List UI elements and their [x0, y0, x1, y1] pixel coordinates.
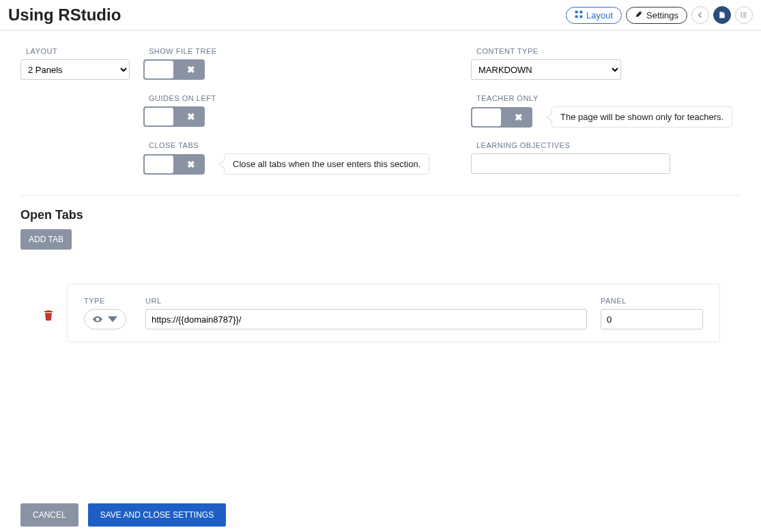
toggle-knob [472, 108, 501, 126]
close-tabs-tooltip: Close all tabs when the user enters this… [224, 153, 429, 175]
prev-button[interactable] [691, 6, 709, 24]
svg-point-6 [741, 15, 742, 16]
tab-row: TYPE URL PANEL [20, 284, 741, 342]
tooltip-text: The page will be shown only for teachers… [551, 106, 732, 128]
show-file-tree-label: SHOW FILE TREE [149, 47, 444, 55]
wrench-icon [635, 10, 643, 20]
learning-objectives-label: LEARNING OBJECTIVES [476, 141, 741, 149]
guides-on-left-label: GUIDES ON LEFT [149, 94, 444, 102]
toggle-knob [145, 156, 173, 173]
eye-icon [93, 314, 102, 325]
url-label: URL [145, 297, 587, 305]
svg-rect-3 [579, 15, 582, 18]
content-type-select[interactable]: MARKDOWN [471, 59, 621, 80]
close-icon: ✖ [187, 159, 195, 170]
show-file-tree-field: SHOW FILE TREE ✖ [143, 47, 444, 80]
learning-objectives-field: LEARNING OBJECTIVES [444, 141, 741, 174]
layout-icon [575, 10, 583, 20]
content-type-label: CONTENT TYPE [476, 47, 741, 55]
settings-button[interactable]: Settings [626, 7, 687, 24]
close-icon: ✖ [187, 64, 195, 75]
show-file-tree-toggle[interactable]: ✖ [143, 59, 205, 80]
guides-on-left-field: GUIDES ON LEFT ✖ [143, 94, 444, 128]
svg-rect-1 [579, 10, 582, 13]
close-tabs-toggle[interactable]: ✖ [143, 154, 205, 175]
tooltip-text: Close all tabs when the user enters this… [224, 153, 429, 175]
svg-point-4 [741, 13, 742, 14]
panel-input[interactable] [601, 309, 703, 329]
layout-button-label: Layout [586, 10, 613, 20]
layout-field: LAYOUT 2 Panels [20, 47, 143, 80]
close-tabs-label: CLOSE TABS [149, 141, 444, 149]
toggle-knob [145, 108, 173, 125]
close-tabs-field: CLOSE TABS ✖ Close all tabs when the use… [143, 141, 444, 175]
page-header: Using RStudio Layout Settings [0, 0, 761, 31]
save-button[interactable]: SAVE AND CLOSE SETTINGS [88, 503, 227, 527]
tab-url-field: URL [145, 297, 587, 329]
layout-label: LAYOUT [26, 47, 143, 55]
cancel-button[interactable]: CANCEL [20, 503, 78, 527]
settings-form: LAYOUT 2 Panels SHOW FILE TREE ✖ CONTENT… [0, 31, 761, 349]
open-tabs-title: Open Tabs [20, 208, 741, 222]
guides-on-left-toggle[interactable]: ✖ [143, 106, 205, 127]
footer-actions: CANCEL SAVE AND CLOSE SETTINGS [20, 503, 226, 527]
url-input[interactable] [145, 309, 587, 329]
page-title: Using RStudio [8, 5, 121, 25]
type-label: TYPE [84, 297, 132, 305]
svg-point-8 [741, 17, 742, 18]
svg-rect-0 [575, 10, 578, 13]
content-type-field: CONTENT TYPE MARKDOWN [444, 47, 741, 80]
settings-button-label: Settings [646, 10, 678, 20]
teacher-only-toggle[interactable]: ✖ [471, 107, 532, 128]
delete-tab-button[interactable] [44, 310, 53, 323]
teacher-only-label: TEACHER ONLY [476, 94, 741, 102]
add-tab-button[interactable]: ADD TAB [20, 229, 72, 250]
type-selector[interactable] [84, 309, 126, 329]
tab-panel-field: PANEL [601, 297, 703, 329]
caret-down-icon [108, 314, 117, 325]
layout-select[interactable]: 2 Panels [20, 59, 130, 80]
tab-type-field: TYPE [84, 297, 132, 329]
list-button[interactable] [735, 6, 753, 24]
learning-objectives-input[interactable] [471, 153, 670, 174]
layout-button[interactable]: Layout [566, 7, 622, 24]
tab-card: TYPE URL PANEL [67, 284, 720, 342]
svg-rect-2 [575, 15, 578, 18]
close-icon: ✖ [187, 111, 195, 122]
divider [20, 195, 741, 196]
teacher-only-tooltip: The page will be shown only for teachers… [551, 106, 732, 128]
header-controls: Layout Settings [566, 6, 753, 24]
panel-label: PANEL [601, 297, 703, 305]
close-icon: ✖ [515, 112, 523, 123]
toggle-knob [145, 61, 173, 78]
teacher-only-field: TEACHER ONLY ✖ The page will be shown on… [444, 94, 741, 128]
sticky-note-button[interactable] [713, 6, 731, 24]
